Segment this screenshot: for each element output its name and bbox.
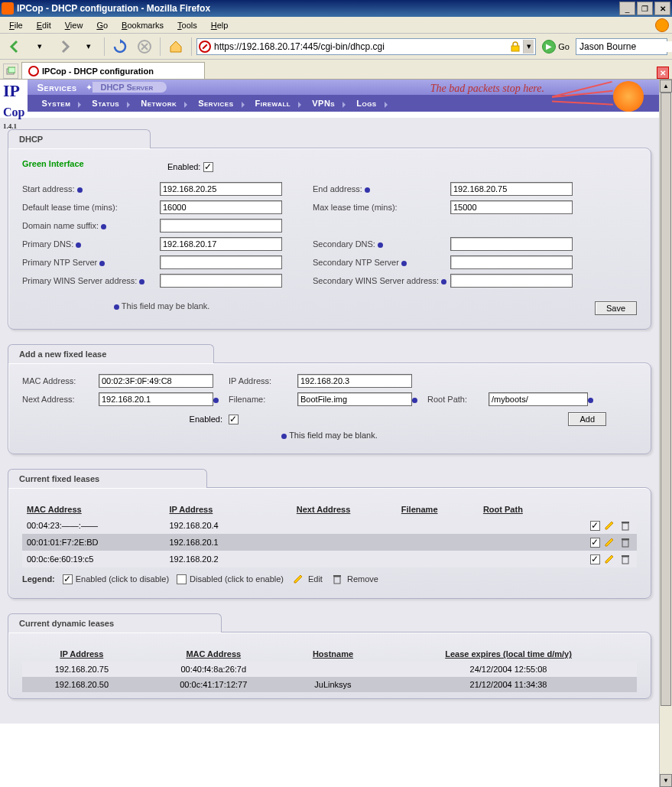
- cell-next: [268, 517, 379, 534]
- current-dynamic-leases-panel: Current dynamic leases IP Address MAC Ad…: [8, 613, 651, 699]
- blank-indicator-icon: [588, 398, 593, 403]
- subsection-label[interactable]: DHCP Server: [93, 82, 167, 93]
- col-mac[interactable]: MAC Address: [141, 646, 286, 662]
- restore-button[interactable]: ❐: [637, 2, 653, 15]
- blank-indicator-icon: [101, 224, 106, 229]
- root-path-input[interactable]: [489, 392, 588, 406]
- legend: Legend: Enabled (click to disable) Disab…: [22, 574, 637, 584]
- col-ip[interactable]: IP Address: [165, 502, 268, 517]
- vertical-scrollbar[interactable]: ▲ ▼: [659, 80, 672, 787]
- col-mac[interactable]: MAC Address: [22, 502, 165, 517]
- back-button[interactable]: [5, 36, 26, 57]
- nav-vpns[interactable]: VPNs: [301, 99, 346, 108]
- table-row: 192.168.20.75 00:40:f4:8a:26:7d 24/12/20…: [22, 662, 637, 677]
- col-host[interactable]: Hostname: [286, 646, 380, 662]
- secondary-ntp-input[interactable]: [450, 255, 573, 269]
- svg-rect-9: [622, 555, 629, 557]
- url-bar: ▾: [196, 38, 536, 55]
- blank-indicator-icon: [139, 279, 144, 285]
- home-button[interactable]: [165, 36, 187, 57]
- nav-status[interactable]: Status: [81, 99, 130, 108]
- mac-input[interactable]: [99, 374, 213, 388]
- close-button[interactable]: ✕: [654, 2, 670, 15]
- cell-next: [268, 534, 379, 551]
- col-expires[interactable]: Lease expires (local time d/m/y): [380, 646, 637, 662]
- ip-input[interactable]: [297, 374, 412, 388]
- remove-button[interactable]: [620, 520, 631, 531]
- legend-disabled-icon: [177, 574, 187, 584]
- filename-input[interactable]: [297, 392, 412, 406]
- max-lease-input[interactable]: [450, 200, 573, 214]
- edit-button[interactable]: [604, 554, 615, 564]
- toggle-enabled-button[interactable]: [590, 538, 600, 548]
- url-input[interactable]: [214, 41, 508, 52]
- default-lease-input[interactable]: [160, 200, 282, 214]
- next-address-input[interactable]: [99, 392, 213, 406]
- save-button[interactable]: Save: [595, 301, 637, 315]
- primary-dns-input[interactable]: [160, 237, 282, 251]
- menu-tools[interactable]: Tools: [171, 19, 203, 31]
- secondary-wins-label: Secondary WINS Server address:: [313, 276, 439, 285]
- col-ip[interactable]: IP Address: [22, 646, 141, 662]
- edit-button[interactable]: [604, 520, 615, 531]
- minimize-button[interactable]: _: [619, 2, 635, 15]
- close-tab-button[interactable]: ✕: [657, 67, 669, 79]
- enabled-checkbox[interactable]: [203, 162, 213, 172]
- nav-logs[interactable]: Logs: [346, 99, 388, 108]
- menu-go[interactable]: Go: [90, 19, 114, 31]
- primary-wins-input[interactable]: [160, 274, 282, 288]
- forward-dropdown[interactable]: ▾: [78, 36, 99, 57]
- browser-tab[interactable]: IPCop - DHCP configuration: [21, 62, 205, 79]
- scroll-thumb[interactable]: [661, 93, 671, 706]
- remove-button[interactable]: [620, 554, 631, 564]
- toggle-enabled-button[interactable]: [590, 554, 600, 564]
- search-input[interactable]: [579, 41, 672, 52]
- remove-button[interactable]: [620, 537, 631, 548]
- cell-root: [459, 551, 546, 567]
- cell-ip: 192.168.20.2: [165, 551, 268, 567]
- menu-bookmarks[interactable]: Bookmarks: [115, 19, 170, 31]
- menu-help[interactable]: Help: [205, 19, 235, 31]
- menu-file[interactable]: File: [3, 19, 29, 31]
- nav-system[interactable]: System: [31, 99, 81, 108]
- end-address-input[interactable]: [450, 182, 573, 196]
- stop-button[interactable]: [134, 36, 155, 57]
- blank-indicator-icon: [378, 242, 383, 248]
- enabled-checkbox[interactable]: [229, 415, 239, 424]
- nav-firewall[interactable]: Firewall: [245, 99, 302, 108]
- nav-services[interactable]: Services: [187, 99, 244, 108]
- separator: [191, 37, 192, 56]
- scroll-track[interactable]: [660, 93, 672, 774]
- scroll-up-button[interactable]: ▲: [660, 80, 672, 93]
- go-button[interactable]: ▶Go: [539, 40, 573, 54]
- site-icon: [199, 41, 211, 53]
- domain-suffix-input[interactable]: [160, 219, 282, 233]
- separator: [104, 37, 105, 56]
- secondary-dns-input[interactable]: [450, 237, 573, 251]
- forward-button[interactable]: [54, 36, 75, 57]
- add-button[interactable]: Add: [568, 412, 606, 426]
- primary-ntp-input[interactable]: [160, 255, 282, 269]
- primary-dns-label: Primary DNS:: [22, 239, 73, 249]
- enabled-label: Enabled:: [190, 415, 222, 424]
- secondary-dns-label: Secondary DNS:: [313, 239, 375, 249]
- back-dropdown[interactable]: ▾: [29, 36, 50, 57]
- separator: [160, 37, 161, 56]
- ipcop-header: IPCop1.4.1 Services ✦ DHCP Server System…: [0, 80, 659, 118]
- scroll-down-button[interactable]: ▼: [660, 774, 672, 787]
- add-fixed-lease-panel: Add a new fixed lease MAC Address: IP Ad…: [8, 343, 651, 454]
- cell-mac: 00:40:f4:8a:26:7d: [141, 662, 286, 677]
- new-tab-button[interactable]: [3, 63, 18, 79]
- edit-button[interactable]: [604, 537, 615, 548]
- secondary-wins-input[interactable]: [450, 274, 573, 288]
- nav-network[interactable]: Network: [130, 99, 187, 108]
- menu-view[interactable]: View: [59, 19, 89, 31]
- pencil-icon: [293, 574, 304, 584]
- cell-ip: 192.168.20.50: [22, 677, 141, 692]
- url-dropdown[interactable]: ▾: [523, 40, 534, 54]
- menu-edit[interactable]: Edit: [31, 19, 57, 31]
- toggle-enabled-button[interactable]: [590, 521, 600, 531]
- start-address-input[interactable]: [160, 182, 282, 196]
- activity-throbber-icon: [655, 18, 669, 32]
- reload-button[interactable]: [109, 36, 131, 57]
